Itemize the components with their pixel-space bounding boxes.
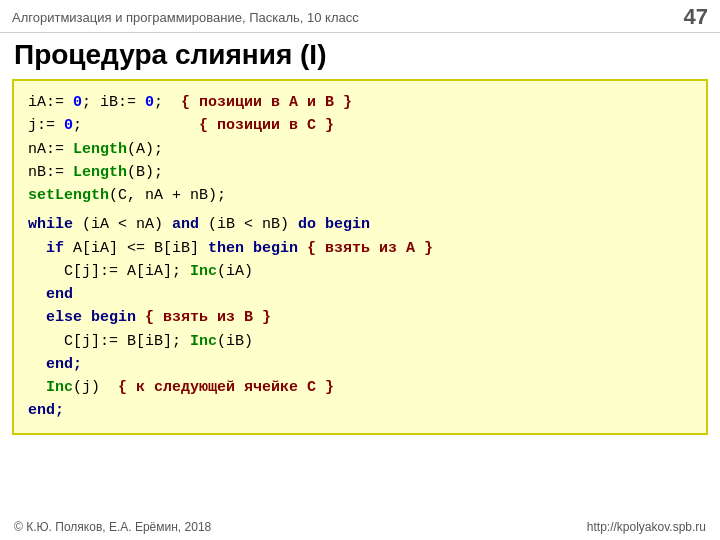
page-title: Процедура слияния (I) — [0, 33, 720, 79]
code-line-8: C[j]:= A[iA]; Inc(iA) — [28, 260, 692, 283]
code-line-14: end; — [28, 399, 692, 422]
code-line-6: while (iA < nA) and (iB < nB) do begin — [28, 213, 692, 236]
code-line-7: if A[iA] <= B[iB] then begin { взять из … — [28, 237, 692, 260]
subtitle: Алгоритмизация и программирование, Паска… — [12, 10, 359, 25]
code-line-9: end — [28, 283, 692, 306]
code-line-13: Inc(j) { к следующей ячейке C } — [28, 376, 692, 399]
footer-left: © К.Ю. Поляков, Е.А. Ерёмин, 2018 — [14, 520, 211, 534]
code-line-1: iA:= 0; iB:= 0; { позиции в А и B } — [28, 91, 692, 114]
code-line-2: j:= 0; { позиции в C } — [28, 114, 692, 137]
code-line-10: else begin { взять из B } — [28, 306, 692, 329]
code-line-11: C[j]:= B[iB]; Inc(iB) — [28, 330, 692, 353]
code-line-12: end; — [28, 353, 692, 376]
footer-right: http://kpolyakov.spb.ru — [587, 520, 706, 534]
code-line-4: nB:= Length(B); — [28, 161, 692, 184]
footer: © К.Ю. Поляков, Е.А. Ерёмин, 2018 http:/… — [0, 518, 720, 536]
code-line-3: nA:= Length(A); — [28, 138, 692, 161]
page-number: 47 — [684, 4, 708, 30]
code-block: iA:= 0; iB:= 0; { позиции в А и B } j:= … — [12, 79, 708, 435]
code-line-5: setLength(C, nA + nB); — [28, 184, 692, 207]
